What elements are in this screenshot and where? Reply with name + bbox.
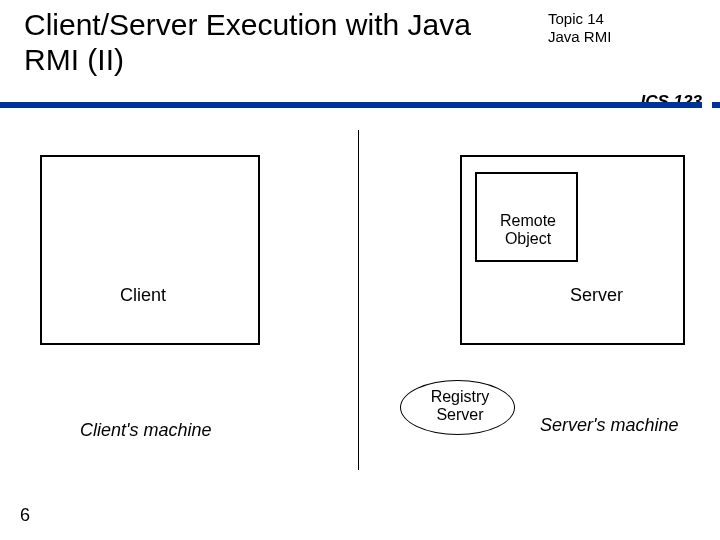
server-machine-label: Server's machine xyxy=(540,415,679,436)
remote-object-label: Remote Object xyxy=(492,212,564,249)
topic-line-1: Topic 14 xyxy=(548,10,611,28)
title-underline-gap xyxy=(702,102,712,108)
slide-title: Client/Server Execution with Java RMI (I… xyxy=(24,8,524,77)
server-label: Server xyxy=(570,285,623,306)
machine-divider xyxy=(358,130,359,470)
client-machine-label: Client's machine xyxy=(80,420,212,441)
registry-label: Registry Server xyxy=(420,388,500,425)
page-number: 6 xyxy=(20,505,30,526)
topic-block: Topic 14 Java RMI xyxy=(548,10,611,46)
title-underline xyxy=(0,102,720,108)
client-label: Client xyxy=(120,285,166,306)
slide: Client/Server Execution with Java RMI (I… xyxy=(0,0,720,540)
client-box xyxy=(40,155,260,345)
topic-line-2: Java RMI xyxy=(548,28,611,46)
